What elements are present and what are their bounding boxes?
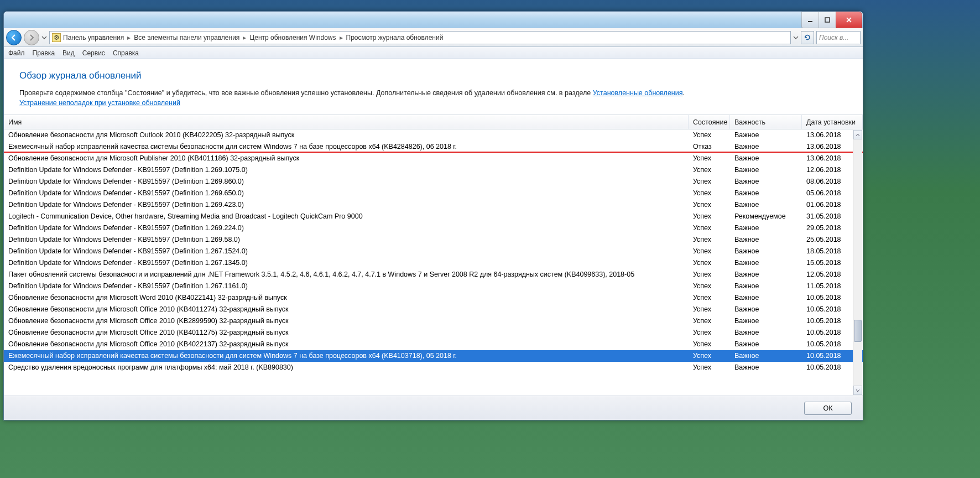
cell-state: Успех xyxy=(689,224,730,232)
cell-name: Definition Update for Windows Defender -… xyxy=(4,258,689,267)
table-row[interactable]: Definition Update for Windows Defender -… xyxy=(4,234,863,246)
installed-updates-link[interactable]: Установленные обновления xyxy=(593,89,683,97)
cell-importance: Важное xyxy=(730,224,802,232)
cell-state: Успех xyxy=(689,282,730,290)
table-body: Обновление безопасности для Microsoft Ou… xyxy=(4,129,863,396)
table-row[interactable]: Обновление безопасности для Microsoft Ou… xyxy=(4,129,863,141)
table-row[interactable]: Definition Update for Windows Defender -… xyxy=(4,164,863,176)
cell-name: Обновление безопасности для Microsoft Pu… xyxy=(4,154,689,163)
history-dropdown-icon[interactable] xyxy=(41,35,47,40)
table-row[interactable]: Definition Update for Windows Defender -… xyxy=(4,246,863,257)
menu-bar: Файл Правка Вид Сервис Справка xyxy=(4,47,863,59)
chevron-right-icon: ▸ xyxy=(340,34,343,41)
cell-importance: Важное xyxy=(730,340,802,349)
cell-name: Definition Update for Windows Defender -… xyxy=(4,189,689,198)
cell-importance: Важное xyxy=(730,131,802,139)
cell-state: Отказ xyxy=(689,142,730,151)
address-dropdown-icon[interactable] xyxy=(793,31,799,44)
table-row[interactable]: Logitech - Communication Device, Other h… xyxy=(4,211,863,222)
table-row[interactable]: Definition Update for Windows Defender -… xyxy=(4,222,863,234)
cell-importance: Важное xyxy=(730,363,802,372)
breadcrumb-item[interactable]: Просмотр журнала обновлений xyxy=(346,34,444,41)
back-button[interactable] xyxy=(6,30,22,45)
cell-importance: Важное xyxy=(730,282,802,290)
cell-importance: Важное xyxy=(730,235,802,244)
svg-rect-1 xyxy=(825,18,830,22)
table-row[interactable]: Definition Update for Windows Defender -… xyxy=(4,188,863,199)
cell-importance: Важное xyxy=(730,247,802,256)
cell-state: Успех xyxy=(689,200,730,209)
troubleshoot-link[interactable]: Устранение неполадок при установке обнов… xyxy=(19,99,180,107)
cell-name: Definition Update for Windows Defender -… xyxy=(4,224,689,232)
cell-state: Успех xyxy=(689,270,730,279)
cell-state: Успех xyxy=(689,305,730,314)
navigation-bar: ⚙ Панель управления▸ Все элементы панели… xyxy=(4,28,863,47)
breadcrumb-item[interactable]: Центр обновления Windows xyxy=(249,34,336,41)
page-subtitle: Проверьте содержимое столбца "Состояние"… xyxy=(19,89,847,97)
col-name[interactable]: Имя xyxy=(4,115,689,129)
update-table: Имя Состояние Важность Дата установки Об… xyxy=(4,115,863,396)
scroll-thumb[interactable] xyxy=(854,320,862,342)
table-row[interactable]: Ежемесячный набор исправлений качества с… xyxy=(4,141,863,153)
cell-name: Обновление безопасности для Microsoft Wo… xyxy=(4,293,689,302)
menu-file[interactable]: Файл xyxy=(8,49,25,57)
cell-importance: Важное xyxy=(730,270,802,279)
table-row[interactable]: Обновление безопасности для Microsoft Pu… xyxy=(4,153,863,164)
scrollbar[interactable] xyxy=(853,130,862,395)
cell-state: Успех xyxy=(689,293,730,302)
table-row[interactable]: Обновление безопасности для Microsoft Of… xyxy=(4,327,863,339)
table-row[interactable]: Обновление безопасности для Microsoft Of… xyxy=(4,339,863,350)
cell-importance: Важное xyxy=(730,293,802,302)
cell-importance: Важное xyxy=(730,351,802,360)
cell-importance: Важное xyxy=(730,177,802,186)
table-row[interactable]: Пакет обновлений системы безопасности и … xyxy=(4,269,863,280)
address-bar[interactable]: ⚙ Панель управления▸ Все элементы панели… xyxy=(49,31,791,44)
cell-importance: Важное xyxy=(730,165,802,174)
forward-button[interactable] xyxy=(24,30,39,45)
cell-name: Обновление безопасности для Microsoft Of… xyxy=(4,340,689,349)
cell-state: Успех xyxy=(689,363,730,372)
menu-tools[interactable]: Сервис xyxy=(82,49,105,57)
close-button[interactable] xyxy=(836,12,862,28)
table-row[interactable]: Definition Update for Windows Defender -… xyxy=(4,280,863,292)
cell-name: Definition Update for Windows Defender -… xyxy=(4,177,689,186)
cell-name: Ежемесячный набор исправлений качества с… xyxy=(4,351,689,360)
table-row[interactable]: Ежемесячный набор исправлений качества с… xyxy=(4,350,863,362)
minimize-button[interactable] xyxy=(801,12,819,28)
table-row[interactable]: Definition Update for Windows Defender -… xyxy=(4,257,863,269)
table-header: Имя Состояние Важность Дата установки xyxy=(4,115,863,129)
cell-importance: Важное xyxy=(730,316,802,325)
ok-button[interactable]: ОК xyxy=(804,402,852,415)
maximize-button[interactable] xyxy=(819,12,836,28)
cell-name: Logitech - Communication Device, Other h… xyxy=(4,212,689,221)
cell-state: Успех xyxy=(689,351,730,360)
page-title: Обзор журнала обновлений xyxy=(19,70,847,81)
col-importance[interactable]: Важность xyxy=(730,115,802,129)
cell-name: Definition Update for Windows Defender -… xyxy=(4,235,689,244)
col-date[interactable]: Дата установки xyxy=(802,115,863,129)
scroll-down-icon[interactable] xyxy=(853,386,862,395)
cell-state: Успех xyxy=(689,165,730,174)
col-state[interactable]: Состояние xyxy=(689,115,730,129)
table-row[interactable]: Definition Update for Windows Defender -… xyxy=(4,199,863,211)
breadcrumb-item[interactable]: Все элементы панели управления xyxy=(134,34,239,41)
cell-importance: Важное xyxy=(730,258,802,267)
cell-name: Пакет обновлений системы безопасности и … xyxy=(4,270,689,279)
menu-edit[interactable]: Правка xyxy=(33,49,55,57)
scroll-up-icon[interactable] xyxy=(853,130,862,139)
menu-view[interactable]: Вид xyxy=(62,49,75,57)
table-row[interactable]: Средство удаления вредоносных программ д… xyxy=(4,362,863,373)
cell-importance: Важное xyxy=(730,189,802,198)
table-row[interactable]: Definition Update for Windows Defender -… xyxy=(4,176,863,188)
control-panel-icon: ⚙ xyxy=(52,33,61,42)
content-area: Обзор журнала обновлений Проверьте содер… xyxy=(4,59,863,420)
cell-name: Definition Update for Windows Defender -… xyxy=(4,200,689,209)
table-row[interactable]: Обновление безопасности для Microsoft Wo… xyxy=(4,292,863,304)
cell-importance: Важное xyxy=(730,142,802,151)
breadcrumb-item[interactable]: Панель управления xyxy=(63,34,124,41)
search-input[interactable]: Поиск в... xyxy=(816,31,861,44)
menu-help[interactable]: Справка xyxy=(113,49,139,57)
table-row[interactable]: Обновление безопасности для Microsoft Of… xyxy=(4,315,863,327)
refresh-button[interactable] xyxy=(801,31,814,44)
table-row[interactable]: Обновление безопасности для Microsoft Of… xyxy=(4,304,863,315)
